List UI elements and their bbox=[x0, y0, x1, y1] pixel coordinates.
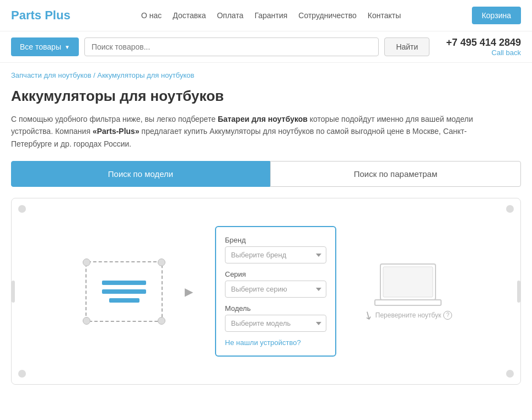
search-input[interactable] bbox=[84, 37, 379, 56]
search-button[interactable]: Найти bbox=[384, 37, 429, 56]
nav-contacts[interactable]: Контакты bbox=[368, 11, 401, 20]
flip-label-container: ↙ Переверните ноутбук ? bbox=[364, 311, 452, 322]
brand-field-group: Бренд Выберите бренд bbox=[225, 236, 326, 263]
page-title: Аккумуляторы для ноутбуков bbox=[11, 88, 521, 105]
not-found-link[interactable]: Не нашли устройство? bbox=[225, 338, 326, 347]
search-bar: Все товары ▼ Найти +7 495 414 2849 Call … bbox=[0, 31, 532, 63]
series-label: Серия bbox=[225, 270, 326, 278]
sketch-dot-bl bbox=[83, 317, 90, 325]
breadcrumb-parent[interactable]: Запчасти для ноутбуков bbox=[11, 71, 92, 79]
sketch-box bbox=[85, 261, 163, 322]
all-goods-label: Все товары bbox=[20, 42, 61, 51]
phone-block: +7 495 414 2849 Call back bbox=[446, 37, 521, 57]
corner-dot-tl bbox=[18, 205, 26, 213]
logo-parts: Parts bbox=[11, 8, 41, 22]
main-content: Запчасти для ноутбуков / Аккумуляторы дл… bbox=[0, 63, 532, 393]
sketch-dot-tr bbox=[158, 259, 165, 266]
nav-list: О нас Доставка Оплата Гарантия Сотруднич… bbox=[141, 11, 401, 20]
laptop-illustration: ↙ Переверните ноутбук ? bbox=[358, 261, 458, 322]
nav-about[interactable]: О нас bbox=[141, 11, 162, 20]
corner-dot-tr bbox=[506, 205, 514, 213]
callback-link[interactable]: Call back bbox=[446, 49, 521, 57]
brand-select[interactable]: Выберите бренд bbox=[225, 246, 326, 263]
question-mark-icon[interactable]: ? bbox=[443, 311, 452, 320]
series-select[interactable]: Выберите серию bbox=[225, 281, 326, 298]
svg-rect-1 bbox=[383, 267, 433, 297]
breadcrumb-current: Аккумуляторы для ноутбуков bbox=[97, 71, 194, 79]
flip-label-text: Переверните ноутбук ? bbox=[375, 311, 452, 320]
nav-delivery[interactable]: Доставка bbox=[173, 11, 206, 20]
laptop-icon bbox=[372, 261, 444, 311]
sketch-dot-tl bbox=[83, 259, 90, 266]
phone-number: +7 495 414 2849 bbox=[446, 37, 521, 49]
model-label: Модель bbox=[225, 304, 326, 313]
header: Parts Plus О нас Доставка Оплата Гаранти… bbox=[0, 0, 532, 31]
logo[interactable]: Parts Plus bbox=[11, 8, 71, 23]
nav-cooperation[interactable]: Сотрудничество bbox=[298, 11, 356, 20]
model-widget: ▶ Бренд Выберите бренд Серия Выберите се… bbox=[11, 198, 521, 385]
page-description: С помощью удобного фильтра ниже, вы легк… bbox=[11, 113, 480, 150]
side-handle-right bbox=[517, 281, 520, 303]
cart-button[interactable]: Корзина bbox=[472, 7, 521, 24]
laptop-sketch bbox=[74, 261, 163, 322]
filter-tabs: Поиск по модели Поиск по параметрам bbox=[11, 161, 521, 187]
nav-payment[interactable]: Оплата bbox=[217, 11, 243, 20]
model-field-group: Модель Выберите модель bbox=[225, 304, 326, 332]
series-field-group: Серия Выберите серию bbox=[225, 270, 326, 298]
corner-dot-br bbox=[506, 370, 514, 378]
widget-inner: ▶ Бренд Выберите бренд Серия Выберите се… bbox=[23, 215, 509, 368]
chevron-down-icon: ▼ bbox=[65, 44, 70, 50]
brand-label: Бренд bbox=[225, 236, 326, 244]
sketch-line-1 bbox=[102, 281, 146, 285]
corner-dot-bl bbox=[18, 370, 26, 378]
sketch-line-2 bbox=[102, 289, 146, 294]
arrow-right-icon: ▶ bbox=[185, 285, 193, 298]
main-nav: О нас Доставка Оплата Гарантия Сотруднич… bbox=[141, 11, 401, 20]
sketch-dot-br bbox=[158, 317, 165, 325]
nav-guarantee[interactable]: Гарантия bbox=[255, 11, 288, 20]
tab-model-search[interactable]: Поиск по модели bbox=[11, 161, 270, 187]
all-goods-button[interactable]: Все товары ▼ bbox=[11, 37, 79, 56]
sketch-line-3 bbox=[109, 298, 139, 303]
svg-rect-2 bbox=[375, 300, 441, 305]
logo-plus: Plus bbox=[41, 8, 71, 22]
side-handle-left bbox=[12, 281, 15, 303]
model-form: Бренд Выберите бренд Серия Выберите сери… bbox=[215, 226, 336, 357]
breadcrumb: Запчасти для ноутбуков / Аккумуляторы дл… bbox=[11, 71, 521, 79]
model-select[interactable]: Выберите модель bbox=[225, 315, 326, 332]
tab-param-search[interactable]: Поиск по параметрам bbox=[270, 161, 521, 187]
